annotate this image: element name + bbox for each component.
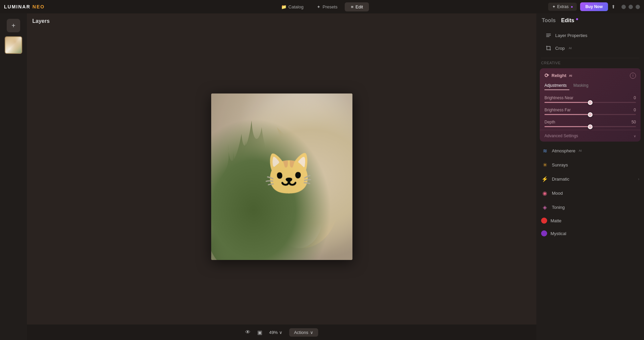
add-layer-button[interactable]: + bbox=[7, 19, 20, 32]
share-icon[interactable]: ⬆ bbox=[611, 4, 615, 9]
brightness-near-thumb[interactable] bbox=[588, 100, 593, 105]
actions-arrow: ∨ bbox=[310, 330, 313, 335]
relight-info-button[interactable]: i bbox=[630, 73, 636, 79]
mystical-icon bbox=[541, 230, 547, 236]
extras-dot bbox=[571, 6, 573, 8]
tab-edits[interactable]: Edits bbox=[561, 17, 578, 25]
brightness-far-thumb[interactable] bbox=[588, 112, 593, 117]
brightness-near-slider-row: Brightness Near 0 bbox=[540, 93, 641, 106]
crop-icon bbox=[545, 45, 552, 51]
tab-tools[interactable]: Tools bbox=[542, 17, 556, 25]
brightness-far-fill bbox=[544, 114, 590, 115]
mystical-left: Mystical bbox=[541, 230, 566, 236]
relight-icon: ⟳ bbox=[544, 72, 549, 79]
preview-icon[interactable]: 👁 bbox=[245, 329, 251, 335]
mystical-item[interactable]: Mystical bbox=[536, 227, 644, 240]
relight-title: ⟳ Relight AI bbox=[544, 72, 572, 79]
layers-sidebar: + bbox=[0, 13, 27, 340]
layers-icon bbox=[545, 32, 552, 38]
sunrays-icon: ✳ bbox=[541, 161, 548, 168]
presets-icon: ✦ bbox=[317, 4, 320, 9]
canvas-image bbox=[211, 93, 352, 260]
subtab-adjustments[interactable]: Adjustments bbox=[544, 82, 569, 90]
layer-properties-item[interactable]: Layer Properties bbox=[541, 29, 639, 42]
svg-marker-6 bbox=[314, 124, 322, 142]
layer-properties-icon bbox=[545, 32, 552, 39]
advanced-label: Advanced Settings bbox=[544, 134, 578, 138]
close-button[interactable]: ✕ bbox=[636, 5, 640, 9]
atmosphere-item[interactable]: ≋ Atmosphere AI bbox=[536, 144, 644, 158]
depth-track[interactable] bbox=[544, 126, 636, 127]
subtab-masking-label: Masking bbox=[573, 83, 589, 88]
catalog-label: Catalog bbox=[289, 4, 304, 9]
edit-icon: ≡ bbox=[351, 4, 353, 9]
advanced-settings-row[interactable]: Advanced Settings ∨ bbox=[540, 130, 641, 142]
zoom-arrow: ∨ bbox=[279, 330, 282, 335]
brightness-near-value: 0 bbox=[634, 96, 636, 100]
toning-left: ◈ Toning bbox=[541, 203, 565, 211]
info-icon: i bbox=[633, 74, 633, 77]
dramatic-icon: ⚡ bbox=[541, 175, 548, 183]
minimize-button[interactable]: − bbox=[621, 5, 626, 9]
subtab-masking[interactable]: Masking bbox=[573, 82, 591, 90]
app-logo: LUMINAR NEO bbox=[4, 4, 45, 9]
tab-presets[interactable]: ✦ Presets bbox=[311, 2, 343, 11]
mood-item[interactable]: ◉ Mood bbox=[536, 186, 644, 200]
matte-left: Matte bbox=[541, 218, 562, 224]
svg-point-10 bbox=[307, 159, 309, 161]
mood-label: Mood bbox=[552, 191, 563, 196]
atmosphere-ai-badge: AI bbox=[579, 149, 582, 152]
atmosphere-label: Atmosphere bbox=[552, 148, 575, 153]
sunrays-left: ✳ Sunrays bbox=[541, 161, 568, 168]
compare-icon[interactable]: ▣ bbox=[257, 329, 262, 336]
svg-point-3 bbox=[265, 154, 339, 248]
layer-thumbnail[interactable] bbox=[5, 36, 22, 54]
mood-left: ◉ Mood bbox=[541, 189, 563, 197]
window-controls: − ⬜ ✕ bbox=[621, 5, 640, 9]
actions-button[interactable]: Actions ∨ bbox=[289, 328, 318, 337]
zoom-control[interactable]: 49% ∨ bbox=[269, 330, 282, 335]
matte-icon bbox=[541, 218, 547, 224]
right-panel: Tools Edits Layer Properties bbox=[536, 13, 644, 340]
extras-label: Extras bbox=[557, 4, 569, 9]
extras-button[interactable]: ✦ Extras bbox=[548, 3, 577, 11]
edits-tab-dot bbox=[576, 18, 578, 20]
relight-ai-badge: AI bbox=[569, 74, 572, 77]
crop-item[interactable]: Crop AI bbox=[541, 42, 639, 54]
svg-point-7 bbox=[291, 159, 299, 166]
brightness-near-label-row: Brightness Near 0 bbox=[544, 96, 636, 100]
zoom-value: 49% bbox=[269, 330, 278, 335]
depth-label: Depth bbox=[544, 120, 555, 124]
tools-list: ≋ Atmosphere AI ✳ Sunrays ⚡ Dramatic bbox=[536, 144, 644, 240]
titlebar-right: ✦ Extras Buy Now ⬆ − ⬜ ✕ bbox=[548, 2, 640, 11]
tab-catalog[interactable]: 📁 Catalog bbox=[275, 2, 310, 11]
main-area: + Layers bbox=[0, 13, 644, 340]
brightness-far-track[interactable] bbox=[544, 114, 636, 115]
toning-item[interactable]: ◈ Toning bbox=[536, 200, 644, 214]
svg-point-16 bbox=[275, 188, 322, 248]
svg-rect-17 bbox=[211, 93, 352, 260]
dramatic-item[interactable]: ⚡ Dramatic › bbox=[536, 172, 644, 186]
buy-button[interactable]: Buy Now bbox=[580, 2, 608, 11]
svg-rect-1 bbox=[211, 93, 352, 260]
nav-tabs: 📁 Catalog ✦ Presets ≡ Edit bbox=[275, 2, 369, 11]
toning-label: Toning bbox=[552, 205, 565, 210]
svg-rect-19 bbox=[546, 35, 551, 36]
bottom-bar: 👁 ▣ 49% ∨ Actions ∨ bbox=[27, 325, 536, 340]
sunrays-item[interactable]: ✳ Sunrays bbox=[536, 158, 644, 172]
svg-point-4 bbox=[272, 134, 332, 188]
tab-edit[interactable]: ≡ Edit bbox=[345, 2, 369, 11]
svg-rect-18 bbox=[546, 34, 551, 34]
crop-label: Crop bbox=[555, 46, 565, 51]
brightness-near-label: Brightness Near bbox=[544, 96, 573, 100]
depth-thumb[interactable] bbox=[588, 124, 593, 129]
svg-line-14 bbox=[306, 170, 326, 173]
crop-svg-icon bbox=[545, 45, 552, 51]
relight-subtabs: Adjustments Masking bbox=[540, 82, 641, 93]
matte-item[interactable]: Matte bbox=[536, 214, 644, 227]
brightness-near-track[interactable] bbox=[544, 102, 636, 103]
mystical-label: Mystical bbox=[551, 231, 566, 236]
depth-slider-row: Depth 50 bbox=[540, 118, 641, 130]
maximize-button[interactable]: ⬜ bbox=[629, 5, 633, 9]
brightness-near-fill bbox=[544, 102, 590, 103]
